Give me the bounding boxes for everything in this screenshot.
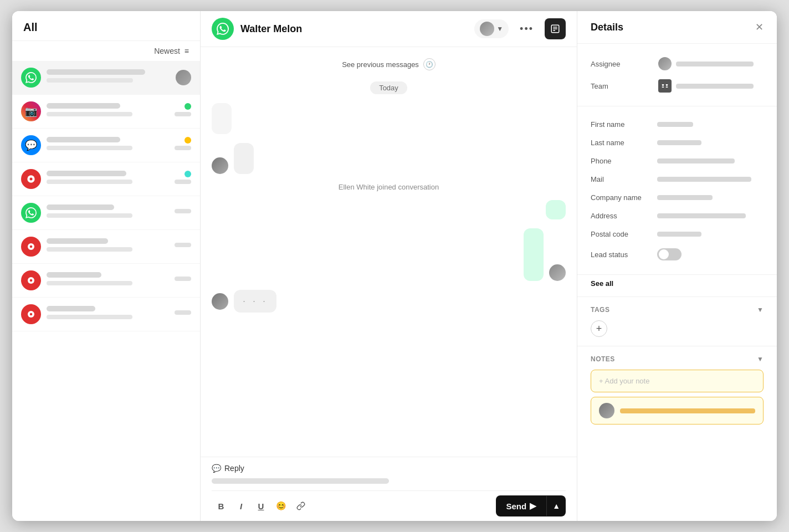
filter-row: Newest ≡ <box>12 41 200 61</box>
assignee-chevron-icon: ▼ <box>496 25 503 33</box>
see-previous-label: See previous messages <box>342 60 419 69</box>
list-item[interactable] <box>12 61 200 95</box>
conv-content <box>47 103 169 120</box>
joined-notice: Ellen White joined conversation <box>212 183 566 191</box>
list-item[interactable] <box>12 298 200 331</box>
message-bubble-outgoing <box>546 200 566 219</box>
conv-preview-line <box>47 213 132 218</box>
notes-chevron-icon[interactable]: ▼ <box>757 355 764 363</box>
see-all-button[interactable]: See all <box>577 275 777 297</box>
emoji-button[interactable]: 😊 <box>271 497 290 515</box>
status-dot <box>185 103 191 110</box>
app-container: All Newest ≡ 📷 <box>12 11 777 521</box>
phone-label: Phone <box>591 157 657 165</box>
assignee-detail-avatar <box>658 57 672 70</box>
filter-label: Newest <box>154 47 180 55</box>
lead-status-value <box>657 248 764 260</box>
note-avatar <box>599 403 614 418</box>
reply-bar: 💬 Reply B I U 😊 Send ▶ ▲ <box>201 457 577 521</box>
company-placeholder <box>657 195 713 200</box>
address-row: Address <box>591 207 764 225</box>
user-avatar <box>549 264 566 281</box>
last-name-label: Last name <box>591 139 657 147</box>
mail-value <box>657 177 764 182</box>
svg-point-3 <box>30 245 33 248</box>
reply-input-placeholder <box>212 478 389 484</box>
mail-placeholder <box>657 177 751 182</box>
see-previous-messages[interactable]: See previous messages 🕐 <box>212 58 566 70</box>
first-name-row: First name <box>591 115 764 134</box>
send-button[interactable]: Send ▶ ▲ <box>496 495 566 516</box>
company-row: Company name <box>591 188 764 207</box>
conv-preview-line <box>47 78 133 83</box>
company-value <box>657 195 764 200</box>
conv-meta <box>175 209 191 217</box>
send-arrow-icon: ▶ <box>530 501 536 511</box>
message-row-agent <box>212 143 566 174</box>
send-main[interactable]: Send ▶ <box>496 495 546 516</box>
list-item[interactable]: 💬 <box>12 129 200 162</box>
mail-label: Mail <box>591 175 657 183</box>
typing-indicator: · · · <box>212 290 566 313</box>
list-item[interactable] <box>12 162 200 196</box>
outgoing-message-row <box>212 200 566 219</box>
address-placeholder <box>657 213 746 218</box>
lead-status-toggle[interactable] <box>657 248 682 260</box>
conv-name-line <box>47 171 126 176</box>
platform-icon-whatsapp <box>21 68 41 88</box>
chat-header: Walter Melon ▼ ••• <box>201 11 577 47</box>
add-note-input[interactable]: + Add your note <box>591 370 764 392</box>
list-item[interactable] <box>12 264 200 298</box>
reply-text: Reply <box>224 464 244 473</box>
filter-icon[interactable]: ≡ <box>185 47 189 55</box>
note-item <box>591 397 764 424</box>
platform-icon-custom4 <box>21 304 41 324</box>
team-row: Team <box>591 75 764 97</box>
platform-icon-instagram: 📷 <box>21 101 41 121</box>
avatar <box>176 70 191 85</box>
contact-fields-section: First name Last name Phone Mail <box>577 106 777 275</box>
italic-button[interactable]: I <box>232 497 250 515</box>
add-tag-button[interactable]: + <box>591 320 607 337</box>
assignee-section: Assignee Team <box>577 44 777 106</box>
last-name-placeholder <box>657 140 701 145</box>
postal-placeholder <box>657 232 701 237</box>
send-label: Send <box>506 502 526 511</box>
platform-icon-whatsapp2 <box>21 203 41 223</box>
conv-content <box>47 238 169 255</box>
company-label: Company name <box>591 193 657 202</box>
list-item[interactable] <box>12 196 200 230</box>
typing-dots: · · · <box>234 290 276 313</box>
conv-meta <box>176 70 191 85</box>
tags-chevron-icon[interactable]: ▼ <box>757 306 764 314</box>
tags-title: TAGS <box>591 306 609 314</box>
link-button[interactable] <box>291 497 310 515</box>
message-bubble-incoming <box>212 103 232 134</box>
conv-preview-line <box>47 180 132 184</box>
list-item[interactable] <box>12 230 200 264</box>
typing-avatar <box>212 293 228 310</box>
add-note-placeholder: + Add your note <box>599 377 649 385</box>
time-placeholder <box>175 277 191 281</box>
bold-button[interactable]: B <box>212 497 230 515</box>
notes-button[interactable] <box>545 18 566 39</box>
time-placeholder <box>175 310 191 315</box>
conv-name-line <box>47 137 120 142</box>
conv-preview-line <box>47 146 132 150</box>
underline-button[interactable]: U <box>252 497 270 515</box>
conv-meta <box>175 137 191 154</box>
address-label: Address <box>591 212 657 220</box>
send-chevron-icon[interactable]: ▲ <box>546 496 566 516</box>
more-options-icon[interactable]: ••• <box>515 21 538 37</box>
message-bubble-outgoing-large <box>524 228 544 281</box>
see-all-label: See all <box>591 279 613 288</box>
assignee-group[interactable]: ▼ <box>474 19 509 38</box>
details-header: Details ✕ <box>577 11 777 44</box>
conv-preview-line <box>47 247 132 252</box>
tags-header: TAGS ▼ <box>591 306 764 314</box>
list-item[interactable]: 📷 <box>12 95 200 129</box>
time-placeholder <box>175 243 191 247</box>
assignee-label: Assignee <box>591 60 652 68</box>
close-icon[interactable]: ✕ <box>755 21 764 33</box>
first-name-value <box>657 122 764 127</box>
